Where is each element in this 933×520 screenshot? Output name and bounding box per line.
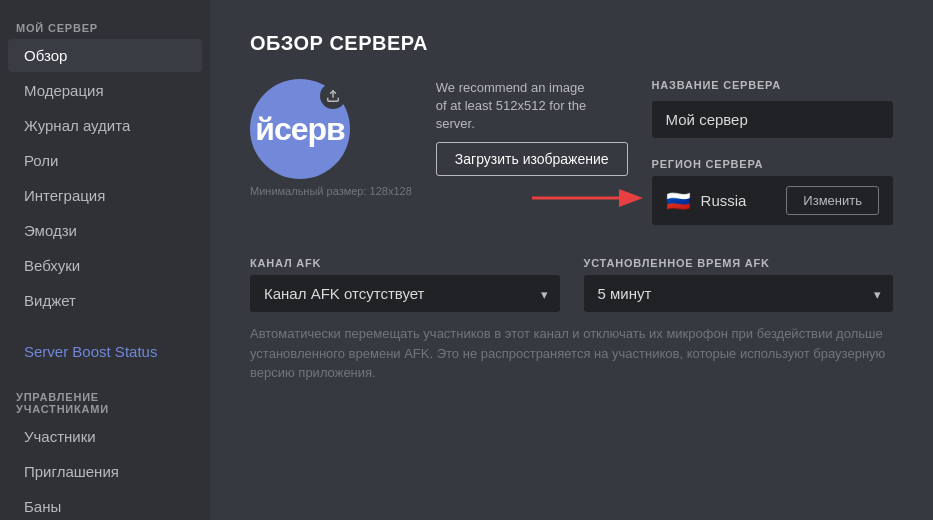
sidebar-item-emoji[interactable]: Эмодзи <box>8 214 202 247</box>
server-name-area: НАЗВАНИЕ СЕРВЕРА РЕГИОН СЕРВЕРА <box>652 79 893 225</box>
overview-top: йсерв Минимальный размер: 128x128 We rec… <box>250 79 893 225</box>
server-name-input[interactable] <box>652 101 893 138</box>
region-box: РЕГИОН СЕРВЕРА 🇷🇺 Russia <box>652 158 893 225</box>
sidebar-section-server: МОЙ СЕРВЕР <box>0 16 210 38</box>
region-label: РЕГИОН СЕРВЕРА <box>652 158 893 170</box>
sidebar-item-boost[interactable]: Server Boost Status <box>8 335 202 368</box>
server-icon-column: йсерв Минимальный размер: 128x128 <box>250 79 412 197</box>
red-arrow-icon <box>532 184 647 212</box>
afk-channel-label: КАНАЛ AFK <box>250 257 560 269</box>
sidebar-item-integration[interactable]: Интеграция <box>8 179 202 212</box>
region-flag: 🇷🇺 <box>666 189 691 213</box>
min-size-label: Минимальный размер: 128x128 <box>250 185 412 197</box>
sidebar-section-members: УПРАВЛЕНИЕ УЧАСТНИКАМИ <box>0 385 210 419</box>
sidebar-item-roles[interactable]: Роли <box>8 144 202 177</box>
sidebar: МОЙ СЕРВЕР Обзор Модерация Журнал аудита… <box>0 0 210 520</box>
sidebar-item-members[interactable]: Участники <box>8 420 202 453</box>
afk-time-select-wrap: 5 минут ▾ <box>584 275 894 312</box>
afk-time-label: УСТАНОВЛЕННОЕ ВРЕМЯ AFK <box>584 257 894 269</box>
sidebar-item-bans[interactable]: Баны <box>8 490 202 520</box>
sidebar-item-overview[interactable]: Обзор <box>8 39 202 72</box>
sidebar-item-widget[interactable]: Виджет <box>8 284 202 317</box>
upload-hint: We recommend an image of at least 512x51… <box>436 79 596 134</box>
server-name-label: НАЗВАНИЕ СЕРВЕРА <box>652 79 893 91</box>
afk-channel-field: КАНАЛ AFK Канал AFK отсутствует ▾ <box>250 257 560 312</box>
region-name: Russia <box>701 192 777 209</box>
sidebar-item-webhooks[interactable]: Вебхуки <box>8 249 202 282</box>
afk-channel-select[interactable]: Канал AFK отсутствует <box>250 275 560 312</box>
server-icon-wrap: йсерв <box>250 79 350 179</box>
sidebar-item-audit[interactable]: Журнал аудита <box>8 109 202 142</box>
afk-time-field: УСТАНОВЛЕННОЕ ВРЕМЯ AFK 5 минут ▾ <box>584 257 894 312</box>
upload-area: We recommend an image of at least 512x51… <box>436 79 628 176</box>
region-row: 🇷🇺 Russia Изменить <box>652 176 893 225</box>
page-title: ОБЗОР СЕРВЕРА <box>250 32 893 55</box>
main-content: ОБЗОР СЕРВЕРА йсерв Минимальный размер: … <box>210 0 933 520</box>
afk-section: КАНАЛ AFK Канал AFK отсутствует ▾ УСТАНО… <box>250 257 893 312</box>
afk-description: Автоматически перемещать участников в эт… <box>250 324 893 383</box>
region-change-button[interactable]: Изменить <box>786 186 879 215</box>
server-icon-text: йсерв <box>255 111 344 148</box>
upload-icon-button[interactable] <box>320 83 346 109</box>
sidebar-item-invites[interactable]: Приглашения <box>8 455 202 488</box>
afk-channel-select-wrap: Канал AFK отсутствует ▾ <box>250 275 560 312</box>
upload-image-button[interactable]: Загрузить изображение <box>436 142 628 176</box>
sidebar-item-moderation[interactable]: Модерация <box>8 74 202 107</box>
afk-time-select[interactable]: 5 минут <box>584 275 894 312</box>
